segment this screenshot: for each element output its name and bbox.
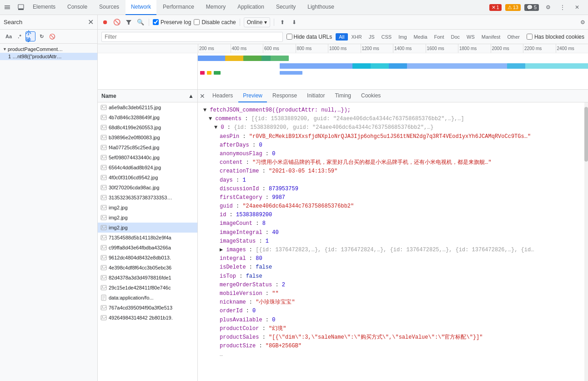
search-header: Search ✕ [0,15,97,30]
file-item-9[interactable]: 313532363537383733353… [98,193,197,203]
file-list-scroll-up[interactable]: ▲ [188,93,194,99]
timeline-area: 200 ms 400 ms 600 ms 800 ms 1000 ms 1200… [98,44,588,90]
file-item-11[interactable]: img2.jpg [98,213,197,223]
detail-tab-response[interactable]: Response [268,90,302,102]
tree-node-child[interactable]: 1 …nt98({"productAttr… [0,53,97,60]
clear-button[interactable]: 🚫 [112,18,121,27]
download-icon[interactable]: ⬇ [290,18,299,27]
search-toggle-icon[interactable]: 🔍 [136,18,145,27]
file-item-14[interactable]: c99ffa8d43e64fbdba43266a [98,243,197,253]
file-item-3[interactable]: b39896e2e0f80083.jpg [98,132,197,142]
waterfall-bar-2d [507,63,588,69]
file-item-2[interactable]: 68d8c4199e260553.jpg [98,122,197,132]
filter-doc[interactable]: Doc [448,33,463,41]
record-button[interactable]: ⏺ [101,18,110,27]
dock-icon[interactable] [15,2,26,13]
json-isdelete-row: isDelete : false [203,263,583,272]
case-sensitive-button[interactable]: Aa [4,31,14,41]
chinese-search-button[interactable]: 小珍 [25,31,35,41]
hide-data-urls-checkbox[interactable]: Hide data URLs [286,34,332,40]
file-item-0[interactable]: a6e9a8c3deb62115.jpg [98,102,197,112]
json-scrollbar-track[interactable] [584,102,588,381]
svg-point-11 [102,126,103,127]
json-creationtime-row: creationTime : "2021-03-05 14:13:59" [203,167,583,176]
detail-tab-preview[interactable]: Preview [238,90,267,102]
refresh-button[interactable]: ↻ [36,31,46,41]
has-blocked-cookies-checkbox[interactable]: Has blocked cookies [527,34,584,40]
svg-point-51 [102,316,103,317]
search-close-button[interactable]: ✕ [88,18,94,26]
file-list[interactable]: a6e9a8c3deb62115.jpg 4b7d846c3288649f.jp… [98,102,197,381]
filter-font[interactable]: Font [431,33,447,41]
file-icon-img [101,315,107,321]
filter-all[interactable]: All [336,33,347,41]
detail-tab-headers[interactable]: Headers [208,90,237,102]
file-item-19[interactable]: data:application/fo... [98,293,197,303]
filter-ws[interactable]: WS [463,33,478,41]
cancel-search-button[interactable]: 🚫 [47,31,57,41]
tab-lighthouse[interactable]: Lighthouse [302,0,340,15]
detail-tab-timing[interactable]: Timing [330,90,356,102]
file-item-7[interactable]: 4f0c0f3106cd9542.jpg [98,173,197,183]
file-icon-img [101,184,107,191]
file-icon-img [101,164,107,171]
tree-node-product[interactable]: ▼ productPageComment… [0,46,97,53]
filter-js[interactable]: JS [366,33,378,41]
filter-css[interactable]: CSS [378,33,395,41]
file-item-4[interactable]: f4a07725c85c25ed.jpg [98,142,197,152]
file-icon-img [101,305,107,311]
file-item-12[interactable]: img2.jpg [98,223,197,233]
filter-manifest[interactable]: Manifest [478,33,504,41]
file-icon-img [101,284,107,291]
file-item-6[interactable]: 6564c4dd6ad8b924.jpg [98,163,197,173]
filter-img[interactable]: Img [395,33,410,41]
json-content-row: content : "习惯用小米店铺品牌的手机，家里好几台买的都是小米品牌手机，… [203,158,583,167]
file-item-5[interactable]: 5ef098074433440c.jpg [98,152,197,163]
devtools-menu-icon[interactable] [2,2,13,13]
detail-tab-initiator[interactable]: Initiator [302,90,329,102]
search-options: Aa .* 小珍 ↻ 🚫 [0,30,97,44]
tab-sources[interactable]: Sources [94,0,125,15]
tab-security[interactable]: Security [271,0,301,15]
filter-icon[interactable] [124,18,133,27]
json-scrollbar-thumb[interactable] [584,107,588,162]
close-icon[interactable]: ✕ [572,2,583,13]
file-item-1[interactable]: 4b7d846c3288649f.jpg [98,112,197,122]
file-icon-img [101,154,107,161]
upload-icon[interactable]: ⬆ [278,18,287,27]
file-item-16[interactable]: 4e398c4df8f64cc3b05ebc36 [98,263,197,273]
tab-memory[interactable]: Memory [201,0,231,15]
regex-button[interactable]: .* [15,31,25,41]
file-item-15[interactable]: 9612dc4804d8432e8db013. [98,253,197,263]
filter-input[interactable] [101,32,283,42]
svg-rect-48 [101,305,106,310]
file-item-18[interactable]: 29c15e1de428411f80e746c [98,283,197,293]
detail-close-button[interactable]: ✕ [200,92,205,100]
tree-node-label: productPageComment… [8,46,63,52]
file-item-17[interactable]: 82d4378a3d3d4978816fde1 [98,273,197,283]
filter-xhr[interactable]: XHR [348,33,365,41]
file-item-21[interactable]: 49264984314842 2b801b19. [98,313,197,323]
tab-application[interactable]: Application [232,0,270,15]
filter-media[interactable]: Media [411,33,431,41]
file-icon-img [101,204,107,211]
svg-rect-50 [101,315,106,320]
preserve-log-checkbox[interactable]: Preserve log [153,19,191,25]
filter-other[interactable]: Other [504,33,523,41]
tab-console[interactable]: Console [62,0,93,15]
tab-network[interactable]: Network [126,0,156,15]
network-settings-icon[interactable]: ⚙ [580,19,585,25]
file-item-20[interactable]: 767a4cd395094f90a3f0e513 [98,303,197,313]
disable-cache-checkbox[interactable]: Disable cache [194,19,236,25]
detail-tab-cookies[interactable]: Cookies [357,90,385,102]
settings-icon[interactable]: ⚙ [543,2,553,13]
file-item-13[interactable]: 71354588d5b14118b2e9f4a [98,233,197,243]
file-item-10[interactable]: img2.jpg [98,203,197,213]
throttle-selector[interactable]: Online ▾ [244,17,271,27]
tick-1800ms: 1800 ms [458,44,491,53]
file-item-8[interactable]: 30f270206cda98ac.jpg [98,183,197,193]
more-icon[interactable]: ⋮ [557,2,568,13]
tab-elements[interactable]: Elements [27,0,61,15]
tab-performance[interactable]: Performance [157,0,200,15]
svg-point-15 [102,146,103,147]
